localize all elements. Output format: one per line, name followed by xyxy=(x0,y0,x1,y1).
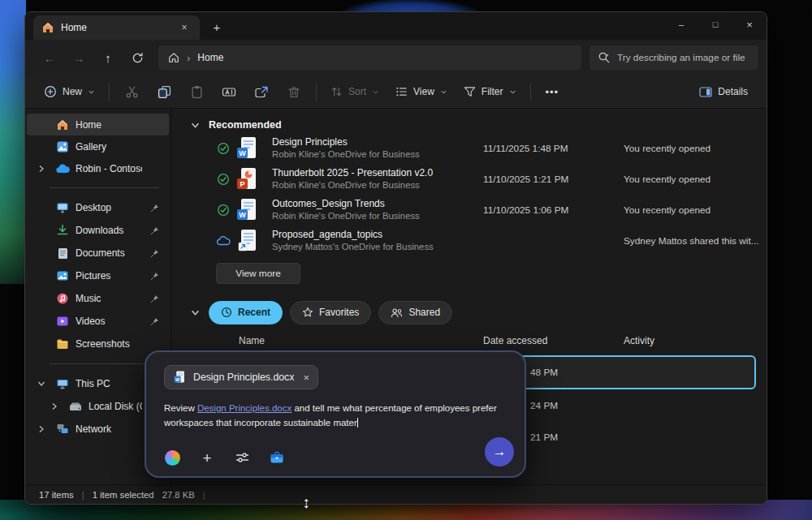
recommended-file-row[interactable]: P Thunderbolt 2025 - Presentation v2.0 R… xyxy=(171,164,767,195)
attachment-chip[interactable]: W Design Principles.docx × xyxy=(164,365,318,389)
cut-button[interactable] xyxy=(116,80,147,103)
chevron-down-icon[interactable] xyxy=(33,380,50,387)
svg-text:W: W xyxy=(239,149,246,157)
chevron-right-icon[interactable] xyxy=(33,425,50,433)
sidebar-label: Downloads xyxy=(76,225,142,236)
tab-home[interactable]: Home × xyxy=(33,15,200,40)
breadcrumb[interactable]: Home xyxy=(197,52,223,63)
sidebar-label: This PC xyxy=(76,378,142,389)
paste-button[interactable] xyxy=(181,80,212,103)
remove-attachment-icon[interactable]: × xyxy=(303,372,309,384)
home-icon xyxy=(55,118,70,131)
recommended-file-row[interactable]: W Design Principles Robin Kline's OneDri… xyxy=(171,133,767,164)
view-icon xyxy=(395,86,408,97)
copilot-prompt-box[interactable]: W Design Principles.docx × Review Design… xyxy=(145,350,526,478)
sidebar-item-downloads[interactable]: Downloads xyxy=(27,219,169,242)
powerpoint-file-icon: P xyxy=(236,167,257,191)
column-header-date[interactable]: Date accessed xyxy=(483,335,624,346)
music-icon xyxy=(55,292,70,305)
copy-icon xyxy=(158,85,171,99)
pin-icon xyxy=(148,249,161,258)
recommended-file-row[interactable]: W Outcomes_Design Trends Robin Kline's O… xyxy=(171,195,767,226)
file-location: Sydney Mattos's OneDrive for Business xyxy=(272,241,483,253)
new-button[interactable]: New xyxy=(37,80,102,103)
more-options-button[interactable]: ••• xyxy=(538,86,568,98)
file-activity: You recently opened xyxy=(624,174,767,185)
disk-drive-icon xyxy=(68,402,83,411)
sidebar-item-desktop[interactable]: Desktop xyxy=(27,196,169,219)
view-more-button[interactable]: View more xyxy=(216,263,300,284)
sidebar-label: Home xyxy=(76,119,142,131)
copy-button[interactable] xyxy=(149,80,179,103)
sidebar-label: Music xyxy=(76,293,142,304)
sidebar-label: Videos xyxy=(76,316,142,327)
tab-title: Home xyxy=(61,22,87,33)
sidebar-item-screenshots[interactable]: Screenshots xyxy=(27,333,169,355)
toolbar-divider xyxy=(109,83,110,101)
sidebar-label: Desktop xyxy=(76,202,142,213)
items-count: 17 items xyxy=(39,490,74,500)
home-icon xyxy=(41,21,54,34)
chevron-right-icon[interactable] xyxy=(33,165,50,173)
recommended-title: Recommended xyxy=(209,119,282,131)
sidebar-item-music[interactable]: Music xyxy=(27,287,169,310)
sidebar-item-videos[interactable]: Videos xyxy=(27,310,169,333)
tab-close-icon[interactable]: × xyxy=(177,20,192,35)
back-button[interactable]: ← xyxy=(37,45,63,70)
recommended-file-row[interactable]: Proposed_agenda_topics Sydney Mattos's O… xyxy=(171,226,767,256)
sort-button[interactable]: Sort xyxy=(323,81,387,102)
pill-favorites[interactable]: Favorites xyxy=(290,301,371,324)
file-name: Outcomes_Design Trends xyxy=(272,197,483,210)
chevron-down-icon xyxy=(372,88,379,96)
chevron-right-icon[interactable] xyxy=(46,402,63,410)
wallpaper-bloom-top xyxy=(341,0,479,11)
filter-button[interactable]: Filter xyxy=(456,81,524,102)
sort-label: Sort xyxy=(348,86,366,97)
up-button[interactable]: ↑ xyxy=(95,45,121,70)
view-button[interactable]: View xyxy=(388,81,455,102)
rename-icon xyxy=(222,85,236,99)
close-button[interactable]: × xyxy=(732,12,767,37)
new-tab-button[interactable]: + xyxy=(206,16,227,37)
details-button[interactable]: Details xyxy=(692,81,755,102)
column-header-name[interactable]: Name xyxy=(239,335,483,346)
section-collapse-chevron[interactable] xyxy=(191,309,200,316)
section-collapse-chevron[interactable] xyxy=(191,122,200,129)
svg-text:P: P xyxy=(240,180,244,188)
rename-button[interactable] xyxy=(214,80,244,103)
address-bar[interactable]: › Home xyxy=(158,45,581,70)
file-date: 11/11/2025 1:48 PM xyxy=(483,143,624,154)
filter-label: Filter xyxy=(482,86,503,97)
pill-shared[interactable]: Shared xyxy=(378,301,452,324)
send-button[interactable]: → xyxy=(485,437,514,466)
column-header-activity[interactable]: Activity xyxy=(624,335,767,346)
prompt-input[interactable]: Review Design Principles.docx and tell m… xyxy=(164,401,512,431)
file-name: Thunderbolt 2025 - Presentation v2.0 xyxy=(272,166,483,179)
pill-recent[interactable]: Recent xyxy=(209,301,283,324)
search-box[interactable]: Try describing an image or file xyxy=(590,45,758,70)
minimize-button[interactable]: – xyxy=(664,12,698,37)
forward-button[interactable]: → xyxy=(66,45,92,70)
prompt-file-link[interactable]: Design Principles.docx xyxy=(197,403,292,413)
pin-icon xyxy=(148,204,161,213)
synced-check-icon xyxy=(217,173,230,186)
share-button[interactable] xyxy=(246,80,277,103)
delete-button[interactable] xyxy=(279,80,309,103)
people-icon xyxy=(391,307,403,318)
sidebar-item-documents[interactable]: Documents xyxy=(27,242,169,264)
refresh-button[interactable] xyxy=(124,45,150,70)
sidebar-label: Screenshots xyxy=(76,338,142,350)
file-date: 11/10/2025 1:21 PM xyxy=(483,174,624,185)
chevron-down-icon xyxy=(88,88,95,96)
selection-count: 1 item selected xyxy=(93,490,154,500)
sidebar-item-onedrive[interactable]: Robin - Contoso xyxy=(27,157,169,179)
maximize-button[interactable]: □ xyxy=(698,12,732,37)
sidebar-label: Local Disk (C:) xyxy=(89,401,142,412)
work-mode-button[interactable] xyxy=(269,449,285,466)
sidebar-item-home[interactable]: Home xyxy=(27,114,169,135)
sidebar-item-gallery[interactable]: Gallery xyxy=(27,135,169,157)
sidebar-label: Robin - Contoso xyxy=(76,163,142,174)
add-attachment-button[interactable]: + xyxy=(199,449,215,466)
sidebar-item-pictures[interactable]: Pictures xyxy=(27,264,169,287)
options-sliders-button[interactable] xyxy=(234,449,250,466)
